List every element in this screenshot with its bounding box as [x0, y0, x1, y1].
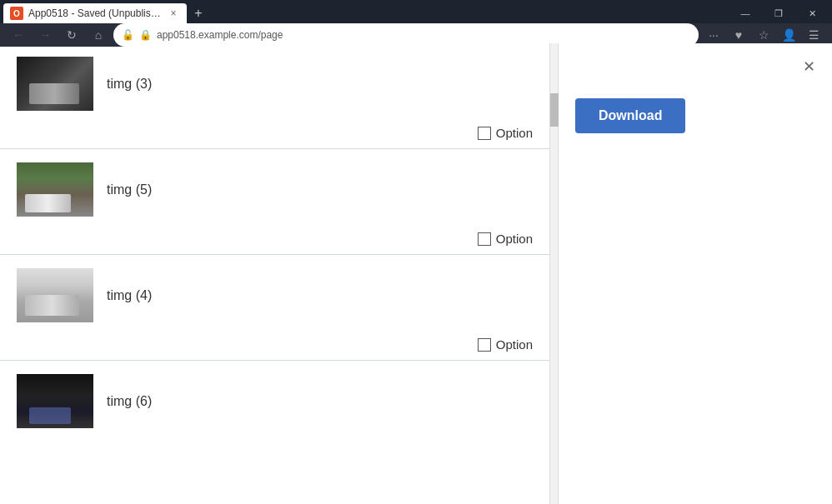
- option-row: [17, 438, 533, 452]
- lock-icon: 🔒: [139, 29, 152, 41]
- new-tab-button[interactable]: +: [188, 3, 208, 23]
- tab-title: App0518 - Saved (Unpublishe...: [28, 7, 162, 19]
- tab-favicon: O: [10, 7, 23, 20]
- maximize-button[interactable]: ❐: [762, 2, 795, 25]
- image-list-panel[interactable]: timg (3) Option timg (5) Option timg (4): [0, 43, 550, 504]
- window-controls: — ❐ ✕: [729, 2, 829, 25]
- option-label: Option: [496, 126, 533, 140]
- image-thumbnail[interactable]: [17, 57, 93, 111]
- list-item: timg (4) Option: [0, 255, 549, 361]
- image-title: timg (6): [107, 394, 152, 409]
- option-row: Option: [17, 332, 533, 360]
- image-row: timg (3): [17, 57, 533, 121]
- scrollbar[interactable]: [550, 43, 559, 504]
- page-content: timg (3) Option timg (5) Option timg (4): [0, 43, 832, 504]
- option-checkbox[interactable]: [478, 338, 491, 352]
- tab-close-button[interactable]: ×: [167, 7, 180, 20]
- minimize-button[interactable]: —: [729, 2, 762, 25]
- browser-chrome: O App0518 - Saved (Unpublishe... × + — ❐…: [0, 0, 832, 43]
- image-row: timg (6): [17, 374, 533, 438]
- image-title: timg (4): [107, 288, 152, 303]
- image-title: timg (3): [107, 77, 152, 92]
- option-label: Option: [496, 232, 533, 246]
- image-row: timg (4): [17, 268, 533, 332]
- active-tab[interactable]: O App0518 - Saved (Unpublishe... ×: [3, 3, 187, 23]
- tab-bar: O App0518 - Saved (Unpublishe... × + — ❐…: [0, 0, 832, 23]
- download-button[interactable]: Download: [575, 98, 685, 133]
- image-title: timg (5): [107, 182, 152, 197]
- list-item: timg (6): [0, 361, 549, 452]
- address-text: app0518.example.com/page: [157, 29, 690, 41]
- right-panel: ✕ Download: [559, 43, 832, 504]
- close-panel-button[interactable]: ✕: [797, 55, 820, 78]
- image-row: timg (5): [17, 162, 533, 227]
- scrollbar-thumb[interactable]: [550, 93, 559, 127]
- option-checkbox[interactable]: [478, 232, 491, 246]
- image-thumbnail[interactable]: [17, 374, 93, 428]
- security-icon: 🔓: [122, 29, 134, 41]
- option-label: Option: [496, 337, 533, 352]
- list-item: timg (5) Option: [0, 149, 549, 255]
- option-checkbox[interactable]: [478, 127, 491, 140]
- image-thumbnail[interactable]: [17, 268, 93, 322]
- option-row: Option: [17, 227, 533, 254]
- close-button[interactable]: ✕: [795, 2, 829, 25]
- list-item: timg (3) Option: [0, 43, 549, 149]
- image-thumbnail[interactable]: [17, 162, 93, 217]
- option-row: Option: [17, 121, 533, 148]
